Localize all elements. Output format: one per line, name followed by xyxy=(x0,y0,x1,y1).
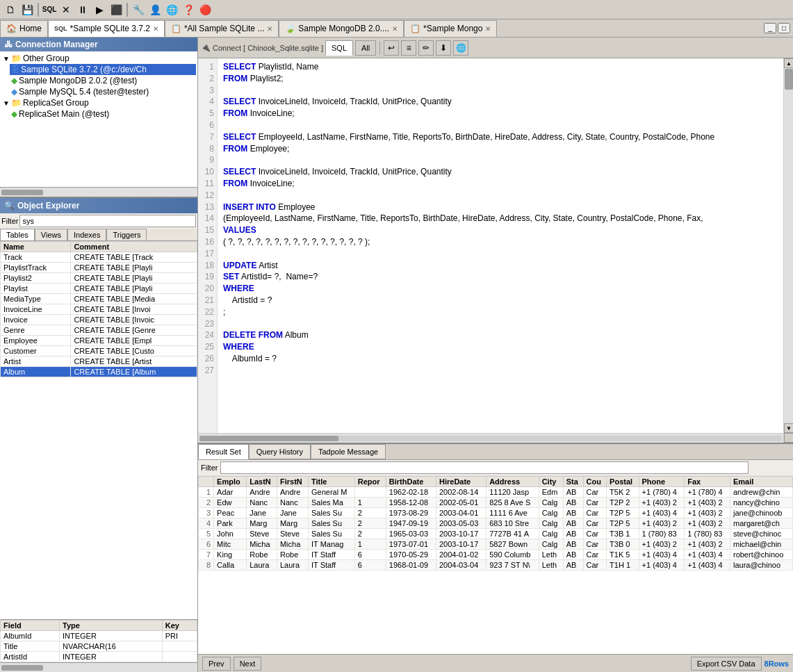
result-cell: Sales Su xyxy=(309,518,355,529)
filter-input[interactable] xyxy=(19,215,196,227)
tab-mongo[interactable]: 🍃 Sample MongoDB 2.0.... ✕ xyxy=(279,20,404,37)
table-row[interactable]: Playlist2CREATE TABLE [Playli xyxy=(1,273,197,284)
table-row[interactable]: InvoiceCREATE TABLE [Invoic xyxy=(1,315,197,325)
table-row[interactable]: InvoiceLineCREATE TABLE [Invoi xyxy=(1,304,197,315)
tab-triggers[interactable]: Triggers xyxy=(106,229,147,240)
tab-query-history[interactable]: Query History xyxy=(249,444,311,459)
globe-sql-btn[interactable]: 🌐 xyxy=(453,40,468,56)
conn-manager-hscroll[interactable] xyxy=(0,187,197,197)
result-cell: Sales Ma xyxy=(309,498,355,508)
edit-btn[interactable]: ✏ xyxy=(418,40,434,56)
table-row[interactable]: CustomerCREATE TABLE [Custo xyxy=(1,346,197,357)
row-name: Playlist2 xyxy=(1,273,71,284)
code-content[interactable]: SELECT PlaylistId, NameFROM Playlist2; S… xyxy=(218,58,783,433)
code-line xyxy=(223,318,778,330)
object-explorer-header[interactable]: 🔍 Object Explorer xyxy=(0,198,197,213)
tab-sample-mongo-label: *Sample Mongo xyxy=(423,24,482,33)
connect-icon: 🔌 xyxy=(201,43,211,52)
table-row[interactable]: EmployeeCREATE TABLE [Empl xyxy=(1,336,197,346)
tab-sqlite[interactable]: SQL *Sample SQLite 3.7.2 ✕ xyxy=(48,20,165,37)
export-csv-btn[interactable]: Export CSV Data xyxy=(691,657,762,671)
tab-sample-mongo[interactable]: 📋 *Sample Mongo ✕ xyxy=(404,20,497,37)
save-btn[interactable]: 💾 xyxy=(19,2,35,17)
result-cell: Car xyxy=(583,487,607,498)
table-row[interactable]: TrackCREATE TABLE [Track xyxy=(1,252,197,263)
group-other[interactable]: ▼ 📁 Other Group xyxy=(1,53,196,64)
table-row[interactable]: AlbumCREATE TABLE [Album xyxy=(1,367,197,377)
stop-btn[interactable]: ✕ xyxy=(58,2,74,17)
sql-btn[interactable]: SQL xyxy=(42,2,57,17)
col-name-header: Name xyxy=(1,242,71,252)
tab-result-set[interactable]: Result Set xyxy=(198,444,249,459)
result-cell: 2004-03-04 xyxy=(436,560,486,571)
scroll-down-btn[interactable]: ▼ xyxy=(784,423,793,433)
sqlite-icon: 🗄 xyxy=(11,65,19,74)
prev-btn[interactable]: Prev xyxy=(202,657,231,671)
download-btn[interactable]: ⬇ xyxy=(436,40,451,56)
code-editor[interactable]: 1234567891011121314151617181920212223242… xyxy=(198,58,783,443)
restore-btn[interactable]: □ xyxy=(778,23,790,33)
conn-sqlite[interactable]: 🗄 Sample SQLite 3.7.2 (@c:/dev/Ch xyxy=(10,64,196,75)
code-line xyxy=(223,85,778,97)
field-details[interactable]: Field Type Key AlbumIdINTEGERPRITitleNVA… xyxy=(0,619,197,662)
close-btn[interactable]: 🔴 xyxy=(197,2,213,17)
undo-btn[interactable]: ↩ xyxy=(384,40,399,56)
user-btn[interactable]: 👤 xyxy=(147,2,163,17)
tab-mongo-close[interactable]: ✕ xyxy=(392,25,398,33)
sql-mode-btn[interactable]: SQL xyxy=(325,40,353,56)
group-replicaset[interactable]: ▼ 📁 ReplicaSet Group xyxy=(1,97,196,108)
code-vscroll[interactable]: ▲ ▼ xyxy=(783,58,793,443)
tab-home[interactable]: 🏠 Home xyxy=(0,20,48,37)
tab-views[interactable]: Views xyxy=(35,229,67,240)
conn-sqlite-label: Sample SQLite 3.7.2 (@c:/dev/Ch xyxy=(21,65,147,74)
tab-sqlite-label: *Sample SQLite 3.7.2 xyxy=(70,24,150,33)
run-btn[interactable]: ▶ xyxy=(92,2,107,17)
table-row[interactable]: PlaylistTrackCREATE TABLE [Playli xyxy=(1,263,197,273)
table-row[interactable]: ArtistCREATE TABLE [Artist xyxy=(1,357,197,367)
result-cell: Calla xyxy=(214,560,247,571)
result-table-wrap[interactable]: EmploLastNFirstNTitleReporBirthDateHireD… xyxy=(198,476,793,654)
result-cell: +1 (403) 4 xyxy=(639,560,685,571)
conn-mongo[interactable]: ◆ Sample MongoDB 2.0.2 (@test) xyxy=(10,75,196,86)
new-file-btn[interactable]: 🗋 xyxy=(3,2,18,17)
minimize-btn[interactable]: _ xyxy=(764,23,776,33)
format-btn[interactable]: ≡ xyxy=(401,40,416,56)
square-btn[interactable]: ⬛ xyxy=(108,2,124,17)
tab-sample-mongo-close[interactable]: ✕ xyxy=(485,25,491,33)
result-cell: 2 xyxy=(354,508,386,518)
tab-indexes[interactable]: Indexes xyxy=(67,229,107,240)
code-hscroll[interactable] xyxy=(198,433,783,443)
line-num: 10 xyxy=(201,166,214,178)
all-mode-btn[interactable]: All xyxy=(355,40,376,56)
result-cell: Peac xyxy=(214,508,247,518)
settings-btn[interactable]: 🔧 xyxy=(131,2,146,17)
code-line: DELETE FROM Album xyxy=(223,329,778,341)
globe-btn[interactable]: 🌐 xyxy=(164,2,179,17)
conn-mysql[interactable]: ◆ Sample MySQL 5.4 (tester@tester) xyxy=(10,86,196,97)
tab-all-sqlite[interactable]: 📋 *All Sample SQLite ... ✕ xyxy=(165,20,279,37)
object-table[interactable]: Name Comment TrackCREATE TABLE [TrackPla… xyxy=(0,241,197,619)
tab-sqlite-close[interactable]: ✕ xyxy=(153,25,158,33)
result-cell: +1 (403) 4 xyxy=(685,560,730,571)
tab-tables[interactable]: Tables xyxy=(0,229,35,240)
obj-exp-hscroll[interactable] xyxy=(0,662,197,672)
connection-tree[interactable]: ▼ 📁 Other Group 🗄 Sample SQLite 3.7.2 (@… xyxy=(0,51,197,187)
result-cell: T2P 5 xyxy=(607,508,639,518)
result-cell: 590 Columb xyxy=(487,550,539,560)
next-btn[interactable]: Next xyxy=(234,657,262,671)
scroll-up-btn[interactable]: ▲ xyxy=(784,58,793,68)
conn-replicaset-main[interactable]: ◆ ReplicaSet Main (@test) xyxy=(10,108,196,120)
pause-btn[interactable]: ⏸ xyxy=(75,2,90,17)
table-row[interactable]: GenreCREATE TABLE [Genre xyxy=(1,325,197,336)
row-comment: CREATE TABLE [Playli xyxy=(71,284,197,294)
result-cell: 6 xyxy=(354,550,386,560)
vscroll-track xyxy=(784,68,793,423)
result-cell: 2 xyxy=(354,518,386,529)
line-num: 24 xyxy=(201,329,214,341)
help-btn[interactable]: ❓ xyxy=(181,2,196,17)
table-row[interactable]: MediaTypeCREATE TABLE [Media xyxy=(1,294,197,304)
tab-all-sqlite-close[interactable]: ✕ xyxy=(267,25,272,33)
tab-tadpole-message[interactable]: Tadpole Message xyxy=(311,444,386,459)
result-filter-input[interactable] xyxy=(220,461,749,474)
table-row[interactable]: PlaylistCREATE TABLE [Playli xyxy=(1,284,197,294)
